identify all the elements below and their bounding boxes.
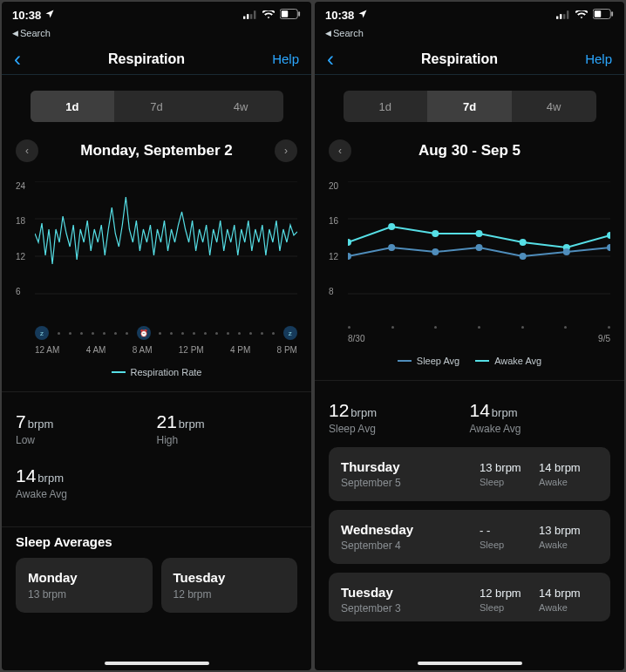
range-segment: 1d 7d 4w bbox=[344, 91, 596, 122]
page-title: Respiration bbox=[421, 51, 498, 67]
svg-rect-2 bbox=[250, 14, 252, 19]
prev-week-button[interactable]: ‹ bbox=[329, 139, 351, 162]
stat-unit: brpm bbox=[37, 472, 64, 485]
stat-label: High bbox=[157, 434, 298, 446]
day-card[interactable]: Tuesday September 3 12 brpmSleep 14 brpm… bbox=[329, 573, 610, 621]
stat-value: 21 bbox=[157, 411, 177, 431]
day-card[interactable]: Wednesday September 4 - -Sleep 13 brpmAw… bbox=[329, 510, 610, 564]
card-title: Tuesday bbox=[174, 570, 286, 585]
y-axis: 20 16 12 8 bbox=[329, 181, 348, 296]
stat-low: 7brpm Low bbox=[16, 404, 157, 458]
sleep-marker-icon: z bbox=[35, 326, 49, 340]
stat-value: 12 bbox=[329, 400, 349, 420]
back-to-search[interactable]: ◀ Search bbox=[2, 28, 311, 44]
y-tick: 24 bbox=[16, 181, 35, 191]
help-link[interactable]: Help bbox=[585, 51, 612, 66]
stat-awake-avg: 14brpm Awake Avg bbox=[16, 458, 157, 512]
sleep-averages-title: Sleep Averages bbox=[2, 527, 311, 558]
segment-4w[interactable]: 4w bbox=[512, 91, 596, 122]
svg-point-28 bbox=[607, 232, 610, 239]
signal-icon bbox=[243, 9, 257, 22]
segment-7d[interactable]: 7d bbox=[427, 91, 512, 122]
segment-1d[interactable]: 1d bbox=[31, 91, 115, 122]
card-subtitle: 12 brpm bbox=[174, 588, 286, 601]
svg-rect-0 bbox=[243, 16, 245, 18]
day-card[interactable]: Thursday September 5 13 brpmSleep 14 brp… bbox=[329, 447, 610, 501]
x-axis: 12 AM 4 AM 8 AM 12 PM 4 PM 8 PM bbox=[16, 345, 297, 355]
day-date: September 5 bbox=[341, 477, 480, 489]
prev-day-button[interactable]: ‹ bbox=[16, 139, 38, 162]
stat-value: 14 bbox=[470, 400, 490, 420]
battery-icon bbox=[280, 9, 301, 22]
page-title: Respiration bbox=[108, 51, 185, 67]
svg-point-34 bbox=[563, 248, 570, 255]
svg-rect-6 bbox=[298, 11, 300, 17]
date-nav-row: ‹ Monday, September 2 › bbox=[2, 122, 311, 162]
stat-unit: brpm bbox=[179, 417, 205, 431]
wifi-icon bbox=[575, 9, 588, 22]
respiration-day-chart bbox=[35, 181, 297, 295]
chart-legend: Sleep Avg Awake Avg bbox=[329, 356, 610, 366]
date-label: Aug 30 - Sep 5 bbox=[418, 142, 521, 160]
next-day-button[interactable]: › bbox=[275, 139, 297, 162]
day-name: Wednesday bbox=[341, 522, 480, 537]
x-tick: 9/5 bbox=[598, 334, 610, 343]
segment-4w[interactable]: 4w bbox=[199, 91, 283, 122]
svg-rect-12 bbox=[560, 14, 561, 19]
home-indicator[interactable] bbox=[105, 662, 209, 665]
home-indicator[interactable] bbox=[418, 662, 522, 665]
stat-unit: brpm bbox=[492, 406, 518, 419]
help-link[interactable]: Help bbox=[272, 51, 299, 66]
day-sleep-val: 12 brpm bbox=[480, 587, 539, 600]
phone-right: 10:38 ◀ Search ‹ Respiration Help 1d 7d … bbox=[315, 2, 624, 670]
stats-grid: 7brpm Low 21brpm High 14brpm Awake Avg bbox=[2, 392, 311, 512]
side-by-side-container: 10:38 ◀ Search ‹ Respiration Help 1d 7d … bbox=[0, 0, 626, 672]
y-tick: 12 bbox=[16, 252, 35, 261]
segment-1d[interactable]: 1d bbox=[344, 91, 428, 122]
x-tick: 8 AM bbox=[133, 345, 153, 355]
day-sleep-val: 13 brpm bbox=[480, 461, 539, 474]
segment-7d[interactable]: 7d bbox=[114, 91, 199, 122]
svg-point-33 bbox=[520, 253, 527, 260]
back-to-search[interactable]: ◀ Search bbox=[315, 28, 624, 44]
col-label: Awake bbox=[539, 602, 598, 613]
back-chevron-icon[interactable]: ‹ bbox=[14, 47, 21, 71]
svg-rect-13 bbox=[563, 14, 565, 19]
svg-rect-11 bbox=[556, 16, 558, 18]
day-date: September 3 bbox=[341, 602, 480, 614]
svg-point-35 bbox=[607, 244, 610, 251]
back-chevron-icon[interactable]: ‹ bbox=[327, 47, 334, 71]
svg-point-25 bbox=[475, 230, 482, 237]
x-tick: 8 PM bbox=[277, 345, 297, 355]
nav-bar: ‹ Respiration Help bbox=[2, 44, 311, 75]
signal-icon bbox=[556, 9, 570, 22]
col-label: Sleep bbox=[480, 602, 539, 613]
sleep-avg-card[interactable]: Monday 13 brpm bbox=[16, 558, 153, 613]
status-bar: 10:38 bbox=[2, 2, 311, 28]
card-subtitle: 13 brpm bbox=[28, 588, 140, 601]
stat-unit: brpm bbox=[28, 417, 54, 431]
svg-point-31 bbox=[432, 248, 439, 255]
status-time: 10:38 bbox=[12, 9, 41, 22]
y-tick: 20 bbox=[329, 181, 348, 191]
respiration-week-chart bbox=[348, 181, 610, 295]
sleep-marker-icon: z bbox=[283, 326, 297, 340]
svg-rect-5 bbox=[282, 10, 288, 17]
day-date: September 4 bbox=[341, 540, 480, 552]
stats-grid: 12brpm Sleep Avg 14brpm Awake Avg bbox=[315, 381, 624, 447]
x-tick: 4 AM bbox=[86, 345, 106, 355]
nav-bar: ‹ Respiration Help bbox=[315, 44, 624, 75]
sleep-avg-card[interactable]: Tuesday 12 brpm bbox=[161, 558, 298, 613]
stat-label: Awake Avg bbox=[470, 423, 611, 435]
stat-label: Sleep Avg bbox=[329, 423, 470, 435]
svg-point-23 bbox=[388, 223, 395, 230]
date-label: Monday, September 2 bbox=[80, 142, 232, 160]
svg-point-29 bbox=[348, 253, 351, 260]
time-marker-row: z ⏰ z bbox=[16, 326, 297, 340]
x-axis: 8/30 9/5 bbox=[329, 334, 610, 343]
chart-legend: Respiration Rate bbox=[16, 367, 297, 377]
back-triangle-icon: ◀ bbox=[325, 29, 331, 37]
phone-left: 10:38 ◀ Search ‹ Respiration Help 1d 7d … bbox=[2, 2, 311, 670]
stat-awake-avg: 14brpm Awake Avg bbox=[470, 393, 611, 447]
chart-area: 24 18 12 6 z ⏰ z bbox=[2, 162, 311, 377]
